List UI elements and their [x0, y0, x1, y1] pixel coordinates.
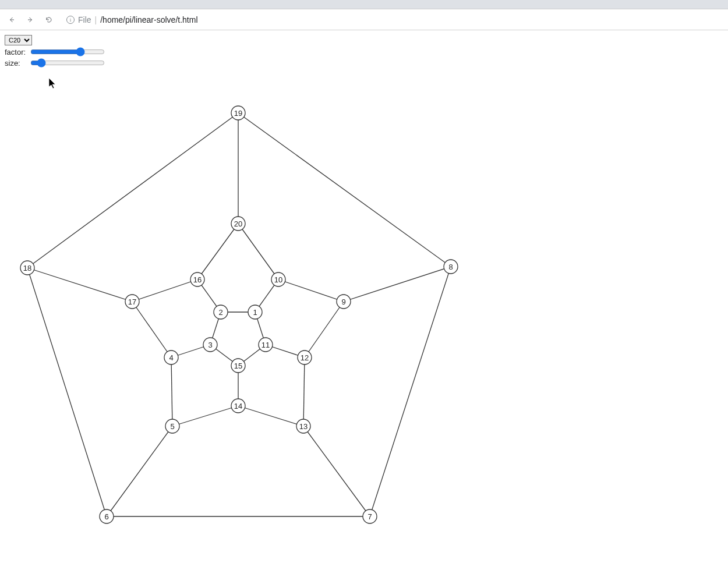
- graph-edge: [27, 268, 107, 516]
- graph-edge: [303, 357, 305, 426]
- graph-edge: [278, 279, 344, 302]
- graph-node-label: 13: [299, 422, 308, 431]
- graph-node-label: 19: [234, 109, 242, 118]
- graph-node-label: 1: [253, 308, 257, 317]
- graph-node-label: 8: [448, 263, 453, 271]
- reload-button[interactable]: [42, 13, 56, 27]
- arrow-right-icon: [27, 15, 34, 25]
- address-pill: i File | /home/pi/linear-solve/t.html: [61, 12, 204, 28]
- graph-node-label: 2: [218, 308, 222, 317]
- forward-button[interactable]: [23, 13, 37, 27]
- graph-node-label: 11: [261, 341, 270, 349]
- arrow-left-icon: [8, 15, 15, 25]
- graph-node-label: 10: [274, 275, 282, 284]
- graph-node-label: 16: [193, 275, 202, 284]
- graph-node-label: 7: [367, 512, 372, 521]
- graph-node-label: 14: [234, 402, 242, 410]
- graph-edge: [27, 113, 238, 268]
- url-path: /home/pi/linear-solve/t.html: [100, 15, 197, 24]
- url-scheme-label: File: [78, 15, 91, 24]
- page-content: C20 factor: size: 1234567891011121314151…: [0, 30, 728, 561]
- url-divider: |: [95, 15, 97, 24]
- graph-edge: [344, 267, 451, 302]
- graph-node-label: 6: [104, 512, 108, 521]
- address-bar[interactable]: i File | /home/pi/linear-solve/t.html: [61, 12, 701, 28]
- graph-edge: [238, 406, 303, 426]
- graph-edge: [132, 279, 197, 302]
- graph-edge: [238, 113, 451, 267]
- graph-node-label: 4: [169, 353, 173, 362]
- graph-edge: [238, 224, 278, 279]
- graph-node-label: 3: [208, 341, 212, 349]
- graph-edge: [303, 426, 370, 516]
- graph-node-label: 12: [301, 353, 309, 362]
- graph-container: 1234567891011121314151617181920: [5, 33, 723, 557]
- graph-edge: [27, 268, 132, 302]
- browser-tabstrip: [0, 0, 728, 9]
- info-icon[interactable]: i: [66, 16, 75, 24]
- graph-edge: [132, 302, 171, 357]
- graph-svg: 1234567891011121314151617181920: [5, 33, 482, 557]
- graph-edge: [197, 224, 238, 279]
- graph-node-label: 17: [128, 298, 136, 306]
- browser-toolbar: i File | /home/pi/linear-solve/t.html: [0, 9, 728, 30]
- graph-node-label: 5: [170, 422, 174, 431]
- graph-node-label: 20: [234, 219, 242, 228]
- graph-edge: [305, 302, 344, 357]
- graph-edge: [370, 267, 451, 516]
- graph-edge: [171, 357, 172, 426]
- graph-edge: [107, 426, 172, 516]
- graph-node-label: 18: [23, 264, 31, 272]
- back-button[interactable]: [5, 13, 19, 27]
- reload-icon: [45, 15, 52, 25]
- graph-node-label: 9: [341, 298, 345, 306]
- graph-edge: [172, 406, 238, 426]
- graph-node-label: 15: [234, 362, 242, 370]
